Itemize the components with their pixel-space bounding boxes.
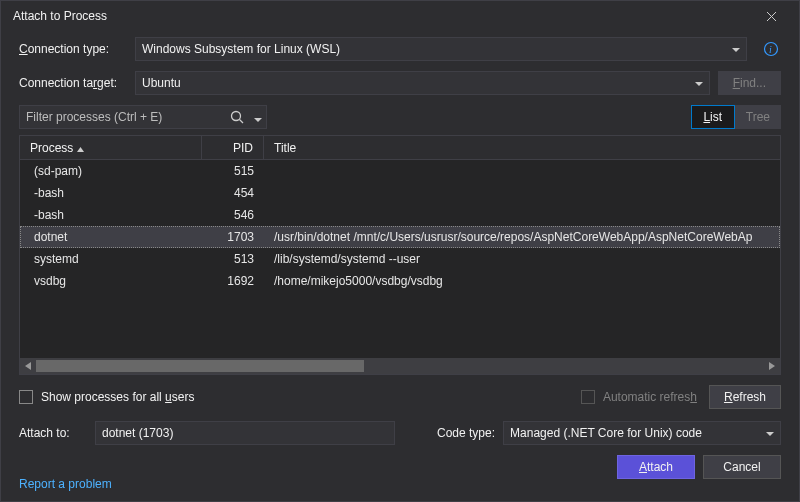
- footer-buttons: Attach Cancel: [617, 455, 781, 479]
- column-header-title[interactable]: Title: [264, 136, 780, 159]
- attach-to-value: dotnet (1703): [102, 426, 173, 440]
- cell-process: (sd-pam): [20, 164, 202, 178]
- refresh-button[interactable]: Refresh: [709, 385, 781, 409]
- options-row: Show processes for all users Automatic r…: [19, 385, 781, 409]
- close-button[interactable]: [751, 3, 791, 29]
- cell-pid: 1692: [202, 274, 264, 288]
- attach-to-field[interactable]: dotnet (1703): [95, 421, 395, 445]
- auto-refresh-checkbox: [581, 390, 595, 404]
- cell-title: /lib/systemd/systemd --user: [264, 252, 780, 266]
- sort-asc-icon: [77, 141, 84, 155]
- table-row[interactable]: systemd513/lib/systemd/systemd --user: [20, 248, 780, 270]
- chevron-down-icon: [732, 42, 740, 56]
- scroll-thumb[interactable]: [36, 360, 364, 372]
- filter-input[interactable]: Filter processes (Ctrl + E): [19, 105, 267, 129]
- titlebar: Attach to Process: [1, 1, 799, 31]
- cell-pid: 454: [202, 186, 264, 200]
- chevron-down-icon: [695, 76, 703, 90]
- find-button: Find...: [718, 71, 781, 95]
- cell-pid: 546: [202, 208, 264, 222]
- scroll-track[interactable]: [36, 358, 764, 374]
- cell-title: /usr/bin/dotnet /mnt/c/Users/usrusr/sour…: [264, 230, 780, 244]
- report-problem-link[interactable]: Report a problem: [19, 477, 112, 491]
- svg-point-2: [232, 112, 241, 121]
- cell-process: systemd: [20, 252, 202, 266]
- tree-view-button: Tree: [735, 105, 781, 129]
- table-row[interactable]: vsdbg1692/home/mikejo5000/vsdbg/vsdbg: [20, 270, 780, 292]
- chevron-down-icon: [766, 426, 774, 440]
- column-header-pid[interactable]: PID: [202, 136, 264, 159]
- attach-to-row: Attach to: dotnet (1703) Code type: Mana…: [19, 421, 781, 445]
- close-icon: [766, 11, 777, 22]
- dialog-title: Attach to Process: [13, 9, 107, 23]
- grid-body[interactable]: (sd-pam)515-bash454-bash546dotnet1703/us…: [20, 160, 780, 358]
- process-grid: Process PID Title (sd-pam)515-bash454-ba…: [19, 135, 781, 375]
- table-row[interactable]: -bash546: [20, 204, 780, 226]
- connection-target-row: Connection target: Ubuntu Find...: [19, 71, 781, 95]
- connection-target-dropdown[interactable]: Ubuntu: [135, 71, 710, 95]
- show-all-users-label: Show processes for all users: [41, 390, 194, 404]
- show-all-users-checkbox[interactable]: [19, 390, 33, 404]
- column-header-process[interactable]: Process: [20, 136, 202, 159]
- bottom-row: Report a problem Attach Cancel: [19, 463, 781, 491]
- filter-row: Filter processes (Ctrl + E) List Tree: [19, 105, 781, 129]
- cell-pid: 513: [202, 252, 264, 266]
- dialog-content: Connection type: Windows Subsystem for L…: [1, 31, 799, 501]
- table-row[interactable]: (sd-pam)515: [20, 160, 780, 182]
- cell-pid: 515: [202, 164, 264, 178]
- attach-to-process-dialog: Attach to Process Connection type: Windo…: [0, 0, 800, 502]
- attach-to-label: Attach to:: [19, 426, 87, 440]
- grid-header: Process PID Title: [20, 136, 780, 160]
- table-row[interactable]: -bash454: [20, 182, 780, 204]
- connection-type-row: Connection type: Windows Subsystem for L…: [19, 37, 781, 61]
- svg-line-3: [240, 120, 244, 124]
- code-type-value: Managed (.NET Core for Unix) code: [510, 426, 702, 440]
- svg-text:i: i: [769, 44, 772, 55]
- cancel-button[interactable]: Cancel: [703, 455, 781, 479]
- auto-refresh-group: Automatic refresh: [581, 390, 697, 404]
- table-row[interactable]: dotnet1703/usr/bin/dotnet /mnt/c/Users/u…: [20, 226, 780, 248]
- cell-title: /home/mikejo5000/vsdbg/vsdbg: [264, 274, 780, 288]
- cell-pid: 1703: [202, 230, 264, 244]
- cell-process: -bash: [20, 208, 202, 222]
- info-icon[interactable]: i: [761, 39, 781, 59]
- show-all-users-group[interactable]: Show processes for all users: [19, 390, 194, 404]
- connection-target-label: Connection target:: [19, 76, 127, 90]
- code-type-label: Code type:: [437, 426, 495, 440]
- connection-type-label: Connection type:: [19, 42, 127, 56]
- cell-process: dotnet: [20, 230, 202, 244]
- search-icon: [230, 110, 244, 127]
- connection-type-value: Windows Subsystem for Linux (WSL): [142, 42, 340, 56]
- auto-refresh-label: Automatic refresh: [603, 390, 697, 404]
- horizontal-scrollbar[interactable]: [20, 358, 780, 374]
- cell-process: vsdbg: [20, 274, 202, 288]
- filter-placeholder: Filter processes (Ctrl + E): [26, 110, 162, 124]
- list-view-button[interactable]: List: [691, 105, 735, 129]
- scroll-left-icon[interactable]: [20, 358, 36, 374]
- connection-target-value: Ubuntu: [142, 76, 181, 90]
- cell-process: -bash: [20, 186, 202, 200]
- view-toggle: List Tree: [691, 105, 781, 129]
- attach-button[interactable]: Attach: [617, 455, 695, 479]
- scroll-right-icon[interactable]: [764, 358, 780, 374]
- chevron-down-icon[interactable]: [254, 112, 262, 126]
- code-type-dropdown[interactable]: Managed (.NET Core for Unix) code: [503, 421, 781, 445]
- connection-type-dropdown[interactable]: Windows Subsystem for Linux (WSL): [135, 37, 747, 61]
